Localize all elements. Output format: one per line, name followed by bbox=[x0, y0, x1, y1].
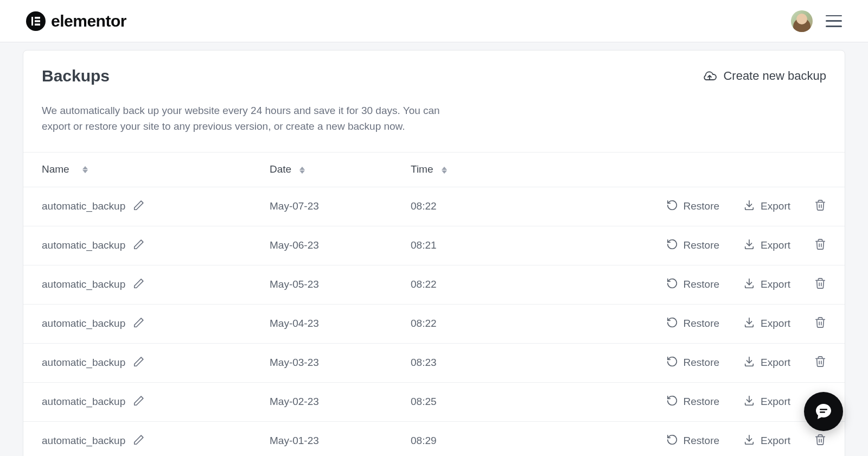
column-header-name[interactable]: Name bbox=[42, 163, 270, 175]
pencil-icon[interactable] bbox=[133, 316, 145, 331]
backup-name: automatic_backup bbox=[42, 435, 125, 447]
page-title: Backups bbox=[42, 67, 110, 85]
cell-actions: RestoreExport bbox=[563, 316, 826, 331]
delete-button[interactable] bbox=[814, 356, 826, 370]
backup-name: automatic_backup bbox=[42, 278, 125, 290]
download-icon bbox=[743, 356, 755, 370]
history-icon bbox=[666, 316, 678, 331]
brand-name: elementor bbox=[51, 12, 126, 30]
export-label: Export bbox=[761, 396, 790, 408]
column-header-date[interactable]: Date bbox=[270, 163, 411, 175]
restore-label: Restore bbox=[684, 396, 720, 408]
svg-rect-0 bbox=[31, 17, 33, 26]
export-button[interactable]: Export bbox=[743, 238, 790, 253]
svg-rect-3 bbox=[35, 23, 40, 26]
cell-date: May-02-23 bbox=[270, 396, 411, 408]
cell-name: automatic_backup bbox=[42, 434, 270, 448]
cell-time: 08:25 bbox=[411, 396, 563, 408]
delete-button[interactable] bbox=[814, 277, 826, 292]
column-header-time[interactable]: Time bbox=[411, 163, 563, 175]
restore-button[interactable]: Restore bbox=[666, 316, 720, 331]
cell-actions: RestoreExport bbox=[563, 434, 826, 448]
export-label: Export bbox=[761, 200, 790, 212]
menu-icon[interactable] bbox=[826, 15, 842, 27]
cell-actions: RestoreExport bbox=[563, 395, 826, 409]
download-icon bbox=[743, 199, 755, 214]
brand-logo[interactable]: elementor bbox=[26, 11, 126, 31]
cell-time: 08:21 bbox=[411, 239, 563, 251]
history-icon bbox=[666, 277, 678, 292]
export-button[interactable]: Export bbox=[743, 316, 790, 331]
chat-button[interactable] bbox=[804, 392, 843, 431]
restore-button[interactable]: Restore bbox=[666, 199, 720, 214]
export-button[interactable]: Export bbox=[743, 277, 790, 292]
download-icon bbox=[743, 395, 755, 409]
pencil-icon[interactable] bbox=[133, 199, 145, 214]
cell-date: May-07-23 bbox=[270, 200, 411, 212]
pencil-icon[interactable] bbox=[133, 277, 145, 292]
download-icon bbox=[743, 238, 755, 253]
svg-rect-4 bbox=[820, 409, 827, 410]
delete-button[interactable] bbox=[814, 199, 826, 214]
restore-button[interactable]: Restore bbox=[666, 277, 720, 292]
cell-date: May-03-23 bbox=[270, 357, 411, 369]
card-header: Backups Create new backup bbox=[23, 50, 845, 103]
create-backup-button[interactable]: Create new backup bbox=[703, 69, 826, 83]
pencil-icon[interactable] bbox=[133, 238, 145, 253]
restore-label: Restore bbox=[684, 200, 720, 212]
cloud-backup-icon bbox=[703, 71, 717, 81]
table-row: automatic_backupMay-03-2308:23RestoreExp… bbox=[23, 343, 845, 382]
backup-name: automatic_backup bbox=[42, 239, 125, 251]
history-icon bbox=[666, 199, 678, 214]
cell-name: automatic_backup bbox=[42, 395, 270, 409]
restore-button[interactable]: Restore bbox=[666, 434, 720, 448]
top-bar-actions bbox=[791, 10, 842, 32]
restore-label: Restore bbox=[684, 357, 720, 369]
table-row: automatic_backupMay-05-2308:22RestoreExp… bbox=[23, 265, 845, 304]
delete-button[interactable] bbox=[814, 238, 826, 253]
restore-button[interactable]: Restore bbox=[666, 356, 720, 370]
svg-rect-1 bbox=[35, 17, 40, 19]
export-button[interactable]: Export bbox=[743, 434, 790, 448]
trash-icon bbox=[814, 436, 826, 448]
export-label: Export bbox=[761, 239, 790, 251]
pencil-icon[interactable] bbox=[133, 356, 145, 370]
backup-name: automatic_backup bbox=[42, 318, 125, 330]
svg-rect-2 bbox=[35, 20, 40, 22]
cell-actions: RestoreExport bbox=[563, 238, 826, 253]
pencil-icon[interactable] bbox=[133, 434, 145, 448]
restore-label: Restore bbox=[684, 318, 720, 330]
brand-logo-icon bbox=[26, 11, 46, 31]
restore-label: Restore bbox=[684, 239, 720, 251]
cell-date: May-05-23 bbox=[270, 278, 411, 290]
avatar[interactable] bbox=[791, 10, 813, 32]
export-button[interactable]: Export bbox=[743, 356, 790, 370]
export-button[interactable]: Export bbox=[743, 199, 790, 214]
restore-label: Restore bbox=[684, 278, 720, 290]
sort-icon bbox=[82, 166, 88, 173]
backups-card: Backups Create new backup We automatical… bbox=[23, 50, 845, 456]
export-button[interactable]: Export bbox=[743, 395, 790, 409]
cell-time: 08:22 bbox=[411, 200, 563, 212]
trash-icon bbox=[814, 358, 826, 370]
chat-icon bbox=[814, 402, 833, 421]
restore-button[interactable]: Restore bbox=[666, 238, 720, 253]
table-header: Name Date Time bbox=[23, 152, 845, 187]
cell-time: 08:22 bbox=[411, 278, 563, 290]
pencil-icon[interactable] bbox=[133, 395, 145, 409]
cell-date: May-01-23 bbox=[270, 435, 411, 447]
cell-time: 08:23 bbox=[411, 357, 563, 369]
export-label: Export bbox=[761, 357, 790, 369]
trash-icon bbox=[814, 202, 826, 213]
delete-button[interactable] bbox=[814, 434, 826, 448]
restore-button[interactable]: Restore bbox=[666, 395, 720, 409]
delete-button[interactable] bbox=[814, 316, 826, 331]
cell-name: automatic_backup bbox=[42, 277, 270, 292]
cell-name: automatic_backup bbox=[42, 199, 270, 214]
history-icon bbox=[666, 356, 678, 370]
top-bar: elementor bbox=[0, 0, 868, 42]
backup-name: automatic_backup bbox=[42, 396, 125, 408]
export-label: Export bbox=[761, 318, 790, 330]
cell-time: 08:22 bbox=[411, 318, 563, 330]
cell-date: May-04-23 bbox=[270, 318, 411, 330]
